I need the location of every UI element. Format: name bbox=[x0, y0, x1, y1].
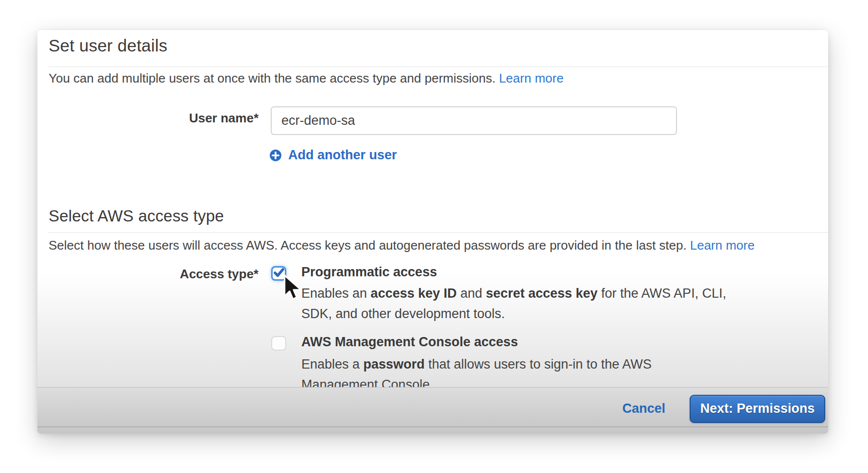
checkmark-icon bbox=[273, 266, 285, 281]
section-divider bbox=[49, 232, 828, 233]
user-name-label: User name* bbox=[49, 111, 259, 126]
desc-text: Enables a bbox=[301, 357, 364, 372]
page-background: Set user details You can add multiple us… bbox=[0, 0, 868, 473]
user-details-intro: You can add multiple users at once with … bbox=[49, 71, 564, 86]
access-type-label: Access type* bbox=[49, 267, 259, 282]
access-type-intro-text: Select how these users will access AWS. … bbox=[49, 238, 687, 253]
learn-more-link-access-type[interactable]: Learn more bbox=[690, 238, 755, 253]
console-access-checkbox[interactable] bbox=[271, 336, 286, 351]
wizard-footer: Cancel Next: Permissions bbox=[37, 387, 828, 434]
desc-text-bold: secret access key bbox=[486, 286, 598, 301]
add-another-user-button[interactable]: Add another user bbox=[269, 148, 397, 163]
next-permissions-button[interactable]: Next: Permissions bbox=[690, 395, 825, 423]
desc-text-bold: password bbox=[364, 357, 425, 372]
section-divider bbox=[49, 67, 828, 67]
learn-more-link-user-details[interactable]: Learn more bbox=[499, 71, 564, 85]
section-heading-access-type: Select AWS access type bbox=[49, 207, 224, 225]
user-details-intro-text: You can add multiple users at once with … bbox=[49, 71, 496, 85]
programmatic-access-checkbox[interactable] bbox=[271, 266, 286, 281]
cancel-button[interactable]: Cancel bbox=[622, 401, 665, 416]
user-name-input[interactable] bbox=[271, 106, 677, 135]
add-another-user-label: Add another user bbox=[288, 148, 397, 163]
desc-text-bold: access key ID bbox=[371, 286, 457, 301]
programmatic-access-label[interactable]: Programmatic access bbox=[301, 265, 437, 280]
access-type-intro: Select how these users will access AWS. … bbox=[49, 238, 755, 253]
desc-text: and bbox=[457, 286, 486, 301]
console-access-label[interactable]: AWS Management Console access bbox=[301, 335, 518, 350]
add-user-wizard-card: Set user details You can add multiple us… bbox=[37, 30, 828, 434]
desc-text: Enables an bbox=[301, 286, 371, 301]
programmatic-access-description: Enables an access key ID and secret acce… bbox=[301, 283, 731, 324]
plus-circle-icon bbox=[269, 149, 282, 162]
section-heading-user-details: Set user details bbox=[49, 36, 167, 55]
